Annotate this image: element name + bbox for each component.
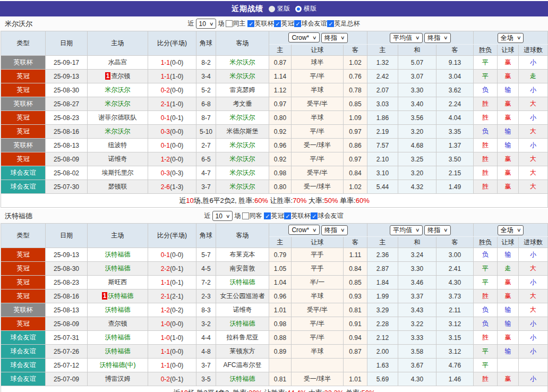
odds-time-select[interactable]: 终指∨	[424, 33, 451, 43]
match-row: 球会友谊25-07-31沃特福德1-0(1-0)4-4拉科鲁尼亚0.88平/半0…	[1, 331, 548, 345]
scope-select[interactable]: 全场∨	[498, 225, 524, 235]
away-team-cell: 莱顿东方	[216, 345, 269, 359]
bookmaker-select[interactable]: Crow*∨	[288, 225, 319, 235]
result-flag: 胜	[474, 166, 498, 180]
match-count-select[interactable]: 10∨	[212, 211, 233, 221]
match-row: 英联杯25-08-13沃特福德1-2(0-2)8-3诺维奇1.01受平/半0.8…	[1, 303, 548, 317]
matches-label: 场	[218, 19, 224, 28]
corner-score: 8-2	[196, 56, 216, 70]
fulltime-score: 1-0	[161, 320, 170, 328]
league-filter[interactable]: ✓英冠	[274, 19, 294, 28]
same-venue-checkbox[interactable]: 同主	[226, 19, 245, 28]
chevron-down-icon: ∨	[340, 227, 345, 233]
handicap-odds-value: 0.92	[269, 125, 292, 139]
match-date: 25-09-17	[46, 56, 88, 70]
scope-select[interactable]: 全场∨	[498, 33, 524, 43]
halftime-score: (0-0)	[170, 348, 183, 355]
halftime-score: (0-0)	[170, 362, 183, 369]
radio-selected-icon[interactable]	[295, 6, 302, 12]
league-filter[interactable]: ✓球会友谊	[294, 19, 327, 28]
team-name: 埃斯托里尔	[102, 169, 134, 176]
handicap-odds-value: 平/半	[292, 125, 344, 139]
halftime-score: (0-0)	[170, 142, 183, 149]
handicap-odds-value: 0.97	[344, 152, 367, 166]
league-filter[interactable]: ✓球会友谊	[311, 211, 343, 220]
score-cell: 1-0(0-0)	[148, 317, 196, 331]
handicap-odds-value: 0.86	[344, 139, 367, 152]
corner-score: 8-7	[196, 111, 216, 125]
league-filter[interactable]: ✓英联杯	[247, 19, 273, 28]
score-cell: 2-1(2-1)	[148, 289, 196, 303]
odds-time-select-value: 终指	[427, 33, 440, 42]
odds-time-select-value: 终指	[427, 226, 440, 235]
subcol-home-odds: 主	[269, 237, 292, 248]
team-name: 雷克瑟姆	[230, 86, 255, 93]
bookmaker-select[interactable]: Crow*∨	[288, 32, 319, 42]
col-date: 日期	[46, 224, 88, 248]
europe-avg-odds-value: 4.30	[398, 372, 436, 386]
checkbox-unchecked-icon[interactable]	[226, 20, 233, 27]
checkbox-checked-icon[interactable]: ✓	[294, 20, 301, 27]
halftime-score: (0-1)	[170, 376, 183, 383]
checkbox-checked-icon[interactable]: ✓	[274, 20, 281, 27]
handicap-odds-value: 0.84	[344, 262, 367, 276]
handicap-odds-value: 1.01	[344, 372, 367, 386]
league-filters: ✓英冠✓英联杯✓球会友谊	[264, 211, 344, 220]
result-flag: 赢	[498, 372, 519, 386]
match-type-badge: 球会友谊	[1, 180, 46, 194]
team-name: 沃特福德	[230, 375, 255, 382]
result-flag: 胜	[474, 180, 498, 194]
result-flag: 赢	[498, 276, 519, 289]
match-row: 英冠25-08-23谢菲尔德联队0-1(0-1)8-7米尔沃尔0.80半球1.0…	[1, 111, 548, 125]
league-filter[interactable]: ✓英联杯	[284, 211, 310, 220]
away-team-cell: 雷克瑟姆	[216, 83, 269, 97]
team-name: 考文垂	[233, 100, 252, 107]
league-filter[interactable]: ✓英冠	[264, 211, 284, 220]
checkbox-checked-icon[interactable]: ✓	[284, 212, 291, 219]
result-flag: 大	[519, 180, 548, 194]
match-rows: 英联杯25-09-17水晶宫1-1(0-0)8-2米尔沃尔0.87球半1.021…	[1, 56, 548, 194]
filter-bar: 近 10∨ 场 同主 ✓英联杯✓英冠✓球会友谊✓英足总杯	[0, 16, 548, 31]
team-name: 拉科鲁尼亚	[227, 334, 259, 341]
checkbox-checked-icon[interactable]: ✓	[264, 212, 271, 219]
result-flag: 赢	[498, 180, 519, 194]
same-venue-checkbox[interactable]: 同客	[242, 211, 262, 220]
handicap-odds-value: 1.02	[344, 180, 367, 194]
europe-avg-odds-value: 3.30	[398, 262, 436, 276]
avg-select[interactable]: 平均值∨	[390, 33, 423, 43]
odds-time-select[interactable]: 终指∨	[321, 225, 348, 235]
result-flag: 胜	[474, 97, 498, 111]
home-team-cell: 米尔沃尔	[88, 125, 148, 139]
match-type-badge: 英联杯	[1, 139, 46, 152]
subcol-away-odds: 客	[344, 45, 367, 56]
fulltime-score: 0-1	[161, 114, 170, 122]
match-type-badge: 英冠	[1, 83, 46, 97]
avg-select[interactable]: 平均值∨	[390, 225, 423, 235]
handicap-odds-value: 平手	[292, 248, 344, 262]
matches-label: 场	[234, 211, 241, 220]
checkbox-unchecked-icon[interactable]	[242, 212, 249, 219]
checkbox-checked-icon[interactable]: ✓	[247, 20, 254, 27]
europe-avg-odds-value: 1.46	[436, 372, 474, 386]
bookmaker-select-value: Crow*	[292, 226, 309, 234]
handicap-odds-value: 0.81	[344, 303, 367, 317]
match-row: 英冠25-08-09诺维奇1-2(0-0)6-5米尔沃尔0.92平/半0.972…	[1, 152, 548, 166]
match-count-select[interactable]: 10∨	[196, 19, 217, 29]
radio-horizontal-layout[interactable]: 横版	[295, 4, 316, 13]
radio-vertical-layout[interactable]: 竖版	[269, 4, 290, 13]
summary-segment: 让胜率:	[262, 389, 287, 392]
radio-unselected-icon[interactable]	[269, 6, 275, 12]
team-name: 斯旺西	[108, 278, 127, 286]
checkbox-checked-icon[interactable]: ✓	[311, 212, 318, 219]
odds-time-select[interactable]: 终指∨	[424, 225, 451, 235]
subcol-goals: 进球数	[519, 237, 548, 248]
team-name: 女王公园巡游者	[220, 292, 265, 300]
match-row: 英冠25-08-16米尔沃尔0-3(0-0)5-10米德尔斯堡0.92平/半0.…	[1, 125, 548, 139]
fulltime-score: 1-1	[161, 348, 170, 355]
match-type-badge: 英冠	[1, 276, 46, 289]
league-filter[interactable]: ✓英足总杯	[327, 19, 359, 28]
odds-time-select[interactable]: 终指∨	[321, 33, 348, 43]
checkbox-checked-icon[interactable]: ✓	[327, 20, 334, 27]
chevron-down-icon: ∨	[312, 227, 317, 233]
halftime-score: (1-0)	[170, 73, 183, 80]
